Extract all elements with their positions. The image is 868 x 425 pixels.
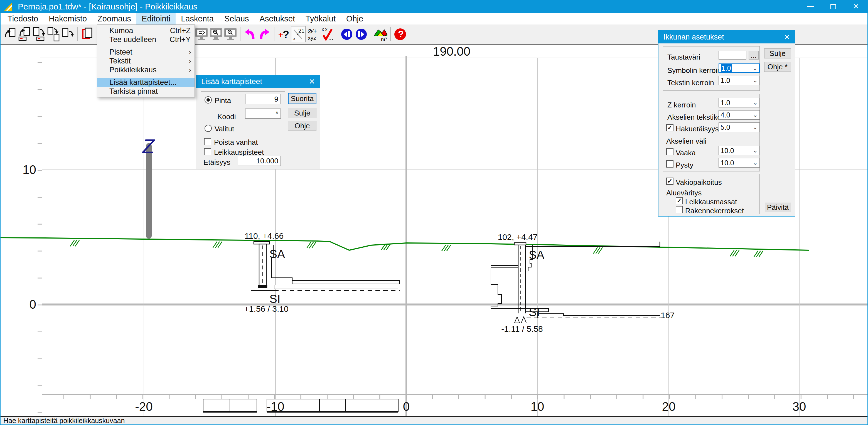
menu-ohje[interactable]: Ohje (341, 13, 368, 25)
menu-asetukset[interactable]: Asetukset (254, 13, 300, 25)
redo-button[interactable] (257, 26, 272, 42)
menu-tyokalut[interactable]: Työkalut (300, 13, 341, 25)
pinta-radio[interactable] (205, 96, 212, 103)
maximize-icon (831, 4, 836, 9)
export-file-button[interactable] (61, 26, 75, 42)
scale-bar (203, 399, 398, 412)
vaaka-combo[interactable]: 10.0 ⌄ (718, 146, 760, 155)
pysty-label: Pysty (676, 161, 693, 170)
plus-question-icon: + ? (278, 27, 290, 41)
svg-text:21: 21 (298, 28, 305, 34)
zoom-in-icon (209, 27, 223, 41)
next-circle-icon (355, 27, 368, 41)
symbolin-kerroin-label: Symbolin kerroin (668, 66, 721, 75)
menu-bar: Tiedosto Hakemisto Zoomaus Editointi Las… (1, 13, 867, 25)
shortcut-kumoa: Ctrl+Z (170, 26, 192, 35)
zoom-in-button[interactable] (209, 26, 223, 42)
paivita-button[interactable]: Päivitä (765, 203, 791, 212)
z-kerroin-label: Z kerroin (668, 101, 696, 110)
close-icon: ✕ (853, 2, 859, 11)
menu-laskenta[interactable]: Laskenta (176, 13, 219, 25)
koodi-input[interactable]: * (245, 109, 281, 119)
menu-selaus[interactable]: Selaus (219, 13, 254, 25)
x-axis-label-20: 20 (662, 400, 676, 413)
suorita-button[interactable]: Suorita (288, 93, 316, 104)
rakennekerrokset-checkbox[interactable] (676, 206, 683, 213)
menu-tiedosto[interactable]: Tiedosto (2, 13, 43, 25)
sulje-button[interactable]: Sulje (288, 108, 316, 118)
akselien-tekstikoko-combo[interactable]: 4.0 ⌄ (718, 110, 760, 120)
dialog-close-button[interactable]: ✕ (779, 31, 795, 43)
status-bar: Hae karttapisteitä poikkileikkauskuvaan (1, 417, 867, 424)
borehole-102-header: 102, +4.47 (498, 233, 538, 242)
taustavari-swatch[interactable] (718, 51, 746, 60)
y-axis-label-10: 10 (23, 163, 36, 177)
red-check-icon: x x (321, 27, 333, 41)
svg-text:xyz: xyz (308, 35, 316, 41)
pysty-combo[interactable]: 10.0 ⌄ (718, 158, 760, 168)
sulje-button[interactable]: Sulje (764, 49, 791, 58)
dialog-title-bar[interactable]: Ikkunan asetukset ✕ (658, 31, 795, 43)
leikkauspisteet-label: Leikkauspisteet (214, 148, 264, 157)
previous-section-button[interactable] (340, 26, 354, 42)
x-axis-label-10: 10 (531, 400, 544, 413)
ohje-button[interactable]: Ohje (288, 121, 316, 131)
toolbar-separator (337, 27, 337, 41)
menu-item-tarkista-pinnat[interactable]: Tarkista pinnat (97, 87, 194, 96)
dialog-close-button[interactable]: ✕ (304, 75, 320, 88)
minimize-button[interactable] (799, 0, 822, 13)
etaisyys-input[interactable]: 10.000 (238, 156, 281, 166)
taustavari-picker-button[interactable]: ... (749, 51, 758, 60)
zoom-out-button[interactable] (223, 26, 238, 42)
leikkauspisteet-checkbox[interactable] (204, 148, 211, 155)
menu-separator (100, 76, 192, 76)
maximize-button[interactable] (822, 0, 845, 13)
z-kerroin-combo[interactable]: 1.0 ⌄ (718, 98, 760, 108)
hakuetaisyys-combo[interactable]: 5.0 ⌄ (718, 122, 760, 132)
point-numbering-toggle[interactable]: x x 21 (291, 26, 306, 42)
undo-button[interactable] (243, 26, 257, 42)
menu-item-kumoa[interactable]: Kumoa Ctrl+Z (97, 26, 194, 35)
screen-forward-icon (195, 27, 208, 41)
vakiopaikoitus-checkbox[interactable]: ✓ (666, 178, 674, 185)
close-button[interactable]: ✕ (845, 0, 867, 13)
zoom-out-icon (224, 27, 237, 41)
vaaka-checkbox[interactable] (666, 148, 674, 155)
menu-item-tee-uudelleen[interactable]: Tee uudelleen Ctrl+Y (97, 35, 194, 44)
pinta-input[interactable]: 9 (245, 94, 281, 104)
open-file-button[interactable] (17, 26, 32, 42)
tekstin-kerroin-combo[interactable]: 1.0 ⌄ (718, 76, 760, 85)
undo-icon (244, 27, 256, 41)
point-query-button[interactable]: + ? (277, 26, 291, 42)
menu-editointi[interactable]: Editointi (136, 13, 176, 25)
leikkausmassat-checkbox[interactable]: ✓ (676, 197, 683, 204)
menu-hakemisto[interactable]: Hakemisto (43, 13, 92, 25)
z-marker-label: Z (142, 135, 155, 157)
view-next-button[interactable] (194, 26, 209, 42)
valitut-radio[interactable] (205, 125, 212, 132)
symbolin-kerroin-combo[interactable]: 1.0 ⌄ (718, 63, 760, 73)
menu-item-lisaa-karttapisteet[interactable]: Lisää karttapisteet... (97, 78, 194, 87)
submenu-arrow-icon: › (189, 57, 192, 65)
coordinate-xyz-button[interactable]: ⊘⁄+ xyz (306, 26, 320, 42)
import-file-button[interactable] (46, 26, 61, 42)
menu-item-tekstit[interactable]: Tekstit › (97, 57, 194, 65)
menu-item-poikkileikkaus[interactable]: Poikkileikkaus › (97, 65, 194, 74)
help-button[interactable]: ? (393, 26, 407, 42)
title-bar: Pernaja.po1.tdw* - [Kairausohje] - Poikk… (1, 0, 867, 13)
menu-zoomaus[interactable]: Zoomaus (92, 13, 136, 25)
poista-vanhat-checkbox[interactable] (204, 138, 211, 145)
new-drawing-button[interactable] (3, 26, 17, 42)
copy-drawing-button[interactable] (80, 26, 95, 42)
next-section-button[interactable] (354, 26, 368, 42)
check-points-button[interactable]: x x (320, 26, 335, 42)
menu-item-pisteet[interactable]: Pisteet › (97, 48, 194, 57)
pysty-checkbox[interactable] (666, 160, 674, 168)
save-file-button[interactable] (32, 26, 46, 42)
application-window: Pernaja.po1.tdw* - [Kairausohje] - Poikk… (0, 0, 868, 425)
volume-calculation-button[interactable]: m³ (373, 26, 388, 42)
hakuetaisyys-checkbox[interactable]: ✓ (666, 124, 674, 131)
app-logo-icon (3, 2, 14, 12)
ohje-button[interactable]: Ohje * (764, 62, 791, 72)
dialog-title-bar[interactable]: Lisää karttapisteet ✕ (196, 75, 320, 88)
